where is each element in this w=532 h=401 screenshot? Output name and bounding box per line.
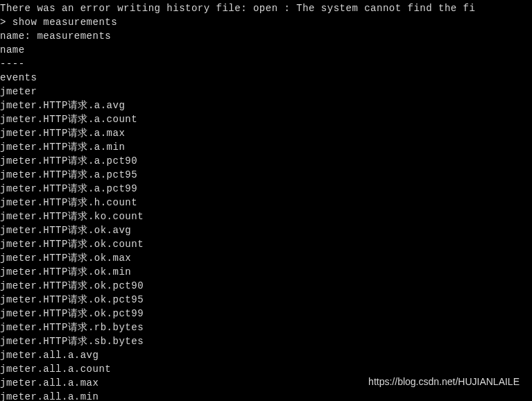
error-message: There was an error writing history file:… (0, 1, 532, 15)
measurement-row: jmeter.HTTP请求.ko.count (0, 210, 532, 223)
header-divider: ---- (0, 57, 532, 71)
terminal-output: There was an error writing history file:… (0, 0, 532, 401)
command-input-line[interactable]: > show measurements (0, 15, 532, 29)
measurement-row: jmeter.all.a.count (0, 362, 532, 376)
result-name-line: name: measurements (0, 29, 532, 43)
measurement-row: events (0, 71, 532, 85)
measurement-row: jmeter.all.a.min (0, 390, 532, 401)
measurement-row: jmeter.HTTP请求.a.min (0, 140, 532, 154)
column-header: name (0, 43, 532, 57)
measurement-row: jmeter.HTTP请求.ok.avg (0, 223, 532, 237)
measurement-row: jmeter.HTTP请求.a.pct95 (0, 168, 532, 182)
measurement-row: jmeter.HTTP请求.ok.count (0, 237, 532, 251)
measurement-row: jmeter (0, 85, 532, 99)
measurement-row: jmeter.HTTP请求.rb.bytes (0, 321, 532, 334)
measurement-row: jmeter.HTTP请求.a.count (0, 112, 532, 126)
measurement-row: jmeter.HTTP请求.a.max (0, 126, 532, 140)
measurement-row: jmeter.HTTP请求.a.pct99 (0, 182, 532, 196)
measurement-row: jmeter.HTTP请求.h.count (0, 196, 532, 210)
measurement-row: jmeter.all.a.avg (0, 348, 532, 362)
measurement-row: jmeter.HTTP请求.a.avg (0, 99, 532, 112)
watermark-text: https://blog.csdn.net/HUJIANLAILE (368, 375, 520, 389)
measurement-row: jmeter.HTTP请求.ok.pct95 (0, 293, 532, 307)
measurement-row: jmeter.HTTP请求.a.pct90 (0, 154, 532, 168)
measurement-row: jmeter.HTTP请求.sb.bytes (0, 334, 532, 348)
measurement-row: jmeter.HTTP请求.ok.min (0, 265, 532, 279)
measurement-row: jmeter.HTTP请求.ok.max (0, 251, 532, 265)
measurement-row: jmeter.HTTP请求.ok.pct99 (0, 307, 532, 321)
measurement-row: jmeter.HTTP请求.ok.pct90 (0, 279, 532, 293)
